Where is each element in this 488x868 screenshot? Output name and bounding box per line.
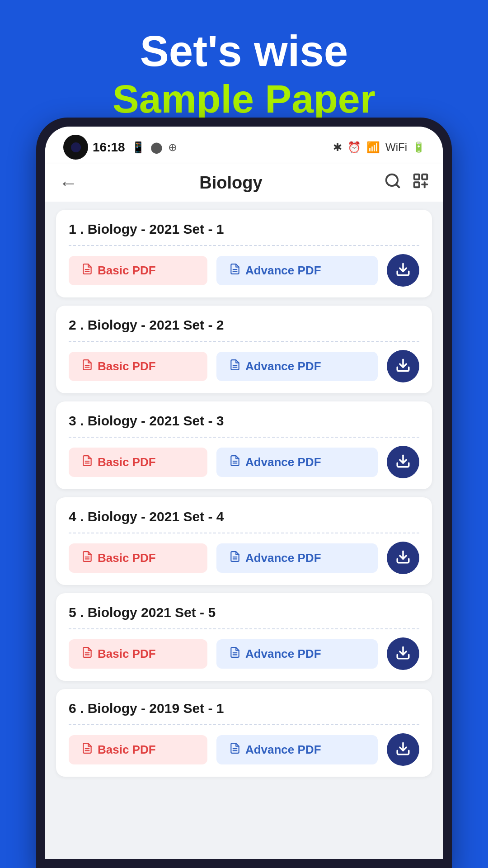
download-button-6[interactable] <box>387 733 419 766</box>
advance-pdf-button-1[interactable]: Advance PDF <box>216 256 378 285</box>
basic-pdf-label-5: Basic PDF <box>98 647 156 661</box>
paper-divider-2 <box>69 341 419 342</box>
basic-pdf-button-2[interactable]: Basic PDF <box>69 352 207 381</box>
paper-card-5: 5 . Biology 2021 Set - 5 Basic PDF <box>56 593 432 681</box>
paper-title-3: 3 . Biology - 2021 Set - 3 <box>69 413 419 429</box>
status-time: 16:18 <box>93 140 125 155</box>
paper-divider-6 <box>69 724 419 725</box>
download-icon-1 <box>395 262 411 279</box>
paper-title-5: 5 . Biology 2021 Set - 5 <box>69 605 419 620</box>
basic-pdf-label-2: Basic PDF <box>98 359 156 373</box>
advance-pdf-button-3[interactable]: Advance PDF <box>216 448 378 477</box>
paper-card-6: 6 . Biology - 2019 Set - 1 Basic PDF <box>56 689 432 777</box>
basic-pdf-button-6[interactable]: Basic PDF <box>69 735 207 764</box>
basic-pdf-button-5[interactable]: Basic PDF <box>69 639 207 669</box>
paper-card-1: 1 . Biology - 2021 Set - 1 Basic PDF <box>56 210 432 297</box>
paper-divider-1 <box>69 245 419 246</box>
download-button-5[interactable] <box>387 637 419 670</box>
advance-pdf-label-2: Advance PDF <box>245 359 321 373</box>
download-button-3[interactable] <box>387 446 419 478</box>
status-icons-right: ✱ ⏰ 📶 WiFi 🔋 <box>333 141 425 154</box>
basic-pdf-label-1: Basic PDF <box>98 264 156 278</box>
paper-actions-1: Basic PDF Advance PDF <box>69 254 419 287</box>
download-icon-5 <box>395 645 411 663</box>
status-icons-left: 📱 ⬤ ⊕ <box>131 141 333 154</box>
paper-actions-6: Basic PDF Advance PDF <box>69 733 419 766</box>
pdf-icon-red-6 <box>81 742 93 757</box>
paper-title-6: 6 . Biology - 2019 Set - 1 <box>69 701 419 716</box>
battery-icon: 🔋 <box>413 142 425 153</box>
bookmark-icon[interactable] <box>412 172 429 193</box>
bluetooth-icon: ✱ <box>333 141 342 154</box>
advance-pdf-label-6: Advance PDF <box>245 743 321 757</box>
advance-pdf-button-6[interactable]: Advance PDF <box>216 735 378 764</box>
back-button[interactable]: ← <box>59 174 78 193</box>
signal-icon: 📶 <box>366 141 380 154</box>
advance-pdf-button-5[interactable]: Advance PDF <box>216 639 378 669</box>
svg-rect-4 <box>414 182 419 187</box>
paper-card-3: 3 . Biology - 2021 Set - 3 Basic PDF <box>56 401 432 489</box>
basic-pdf-button-1[interactable]: Basic PDF <box>69 256 207 285</box>
pdf-icon-red-5 <box>81 646 93 661</box>
download-icon-3 <box>395 453 411 471</box>
download-icon-4 <box>395 549 411 567</box>
advance-pdf-button-4[interactable]: Advance PDF <box>216 543 378 573</box>
basic-pdf-button-4[interactable]: Basic PDF <box>69 543 207 573</box>
content-area: 1 . Biology - 2021 Set - 1 Basic PDF <box>45 202 443 848</box>
paper-actions-5: Basic PDF Advance PDF <box>69 637 419 670</box>
nav-title: Biology <box>87 173 375 193</box>
pdf-icon-red-1 <box>81 263 93 278</box>
pdf-icon-red-3 <box>81 455 93 470</box>
nav-bar: ← Biology <box>45 164 443 202</box>
paper-actions-2: Basic PDF Advance PDF <box>69 350 419 382</box>
svg-rect-2 <box>414 175 419 179</box>
download-button-1[interactable] <box>387 254 419 287</box>
basic-pdf-label-3: Basic PDF <box>98 455 156 469</box>
download-icon-2 <box>395 358 411 375</box>
search-icon[interactable] <box>384 172 401 193</box>
notification-icon: ⊕ <box>168 141 177 154</box>
paper-title-2: 2 . Biology - 2021 Set - 2 <box>69 317 419 333</box>
advance-pdf-label-1: Advance PDF <box>245 264 321 278</box>
advance-pdf-label-3: Advance PDF <box>245 455 321 469</box>
phone-frame: 16:18 📱 ⬤ ⊕ ✱ ⏰ 📶 WiFi 🔋 ← Biology <box>36 118 452 868</box>
advance-pdf-label-5: Advance PDF <box>245 647 321 661</box>
basic-pdf-button-3[interactable]: Basic PDF <box>69 448 207 477</box>
wifi-icon: WiFi <box>385 141 407 154</box>
paper-title-1: 1 . Biology - 2021 Set - 1 <box>69 222 419 237</box>
advance-pdf-button-2[interactable]: Advance PDF <box>216 352 378 381</box>
paper-actions-3: Basic PDF Advance PDF <box>69 446 419 478</box>
pdf-icon-red-4 <box>81 551 93 566</box>
phone-screen: 16:18 📱 ⬤ ⊕ ✱ ⏰ 📶 WiFi 🔋 ← Biology <box>45 127 443 859</box>
pdf-icon-blue-3 <box>229 455 241 470</box>
camera-notch <box>63 135 88 160</box>
svg-line-1 <box>396 184 399 187</box>
download-button-4[interactable] <box>387 542 419 574</box>
advance-pdf-label-4: Advance PDF <box>245 551 321 565</box>
basic-pdf-label-4: Basic PDF <box>98 551 156 565</box>
paper-title-4: 4 . Biology - 2021 Set - 4 <box>69 509 419 524</box>
nav-icons <box>384 172 429 193</box>
paper-card-4: 4 . Biology - 2021 Set - 4 Basic PDF <box>56 497 432 585</box>
pdf-icon-red-2 <box>81 359 93 374</box>
paper-divider-5 <box>69 628 419 629</box>
paper-actions-4: Basic PDF Advance PDF <box>69 542 419 574</box>
page-title-sub: Sample Paper <box>18 75 470 123</box>
download-icon-6 <box>395 741 411 759</box>
pdf-icon-blue-1 <box>229 263 241 278</box>
page-title-main: Set's wise <box>18 27 470 75</box>
media-icon: ⬤ <box>150 141 163 154</box>
pdf-icon-blue-4 <box>229 551 241 566</box>
paper-card-2: 2 . Biology - 2021 Set - 2 Basic PDF <box>56 306 432 393</box>
paper-divider-3 <box>69 437 419 438</box>
whatsapp-icon: 📱 <box>131 141 145 154</box>
paper-divider-4 <box>69 533 419 533</box>
download-button-2[interactable] <box>387 350 419 382</box>
pdf-icon-blue-5 <box>229 646 241 661</box>
pdf-icon-blue-2 <box>229 359 241 374</box>
pdf-icon-blue-6 <box>229 742 241 757</box>
basic-pdf-label-6: Basic PDF <box>98 743 156 757</box>
status-bar: 16:18 📱 ⬤ ⊕ ✱ ⏰ 📶 WiFi 🔋 <box>45 127 443 164</box>
alarm-icon: ⏰ <box>347 141 361 154</box>
svg-rect-3 <box>422 175 427 179</box>
